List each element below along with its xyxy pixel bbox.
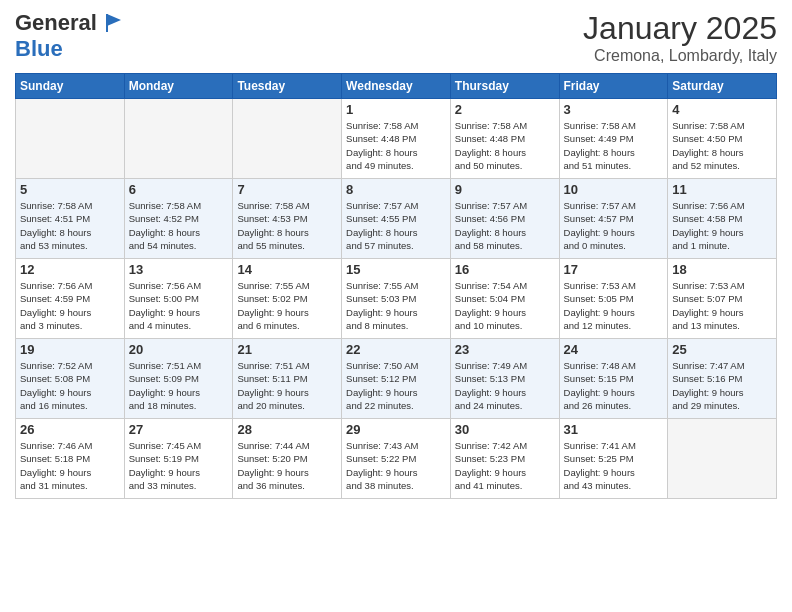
calendar-cell: 11Sunrise: 7:56 AM Sunset: 4:58 PM Dayli… bbox=[668, 179, 777, 259]
day-number: 18 bbox=[672, 262, 772, 277]
calendar-cell: 7Sunrise: 7:58 AM Sunset: 4:53 PM Daylig… bbox=[233, 179, 342, 259]
day-number: 6 bbox=[129, 182, 229, 197]
calendar-cell: 2Sunrise: 7:58 AM Sunset: 4:48 PM Daylig… bbox=[450, 99, 559, 179]
day-info: Sunrise: 7:44 AM Sunset: 5:20 PM Dayligh… bbox=[237, 439, 337, 492]
day-info: Sunrise: 7:51 AM Sunset: 5:11 PM Dayligh… bbox=[237, 359, 337, 412]
day-info: Sunrise: 7:41 AM Sunset: 5:25 PM Dayligh… bbox=[564, 439, 664, 492]
day-info: Sunrise: 7:58 AM Sunset: 4:49 PM Dayligh… bbox=[564, 119, 664, 172]
day-number: 22 bbox=[346, 342, 446, 357]
day-info: Sunrise: 7:58 AM Sunset: 4:52 PM Dayligh… bbox=[129, 199, 229, 252]
day-info: Sunrise: 7:58 AM Sunset: 4:53 PM Dayligh… bbox=[237, 199, 337, 252]
calendar-week-row: 12Sunrise: 7:56 AM Sunset: 4:59 PM Dayli… bbox=[16, 259, 777, 339]
calendar-subtitle: Cremona, Lombardy, Italy bbox=[583, 47, 777, 65]
calendar-cell: 4Sunrise: 7:58 AM Sunset: 4:50 PM Daylig… bbox=[668, 99, 777, 179]
day-number: 25 bbox=[672, 342, 772, 357]
calendar-cell: 9Sunrise: 7:57 AM Sunset: 4:56 PM Daylig… bbox=[450, 179, 559, 259]
day-info: Sunrise: 7:58 AM Sunset: 4:48 PM Dayligh… bbox=[346, 119, 446, 172]
logo-flag-icon bbox=[101, 12, 123, 34]
day-number: 9 bbox=[455, 182, 555, 197]
day-info: Sunrise: 7:57 AM Sunset: 4:56 PM Dayligh… bbox=[455, 199, 555, 252]
calendar-title: January 2025 bbox=[583, 10, 777, 47]
day-number: 19 bbox=[20, 342, 120, 357]
logo-blue-text: Blue bbox=[15, 36, 63, 61]
day-number: 3 bbox=[564, 102, 664, 117]
calendar-cell: 22Sunrise: 7:50 AM Sunset: 5:12 PM Dayli… bbox=[342, 339, 451, 419]
calendar-cell: 19Sunrise: 7:52 AM Sunset: 5:08 PM Dayli… bbox=[16, 339, 125, 419]
day-number: 17 bbox=[564, 262, 664, 277]
calendar-cell: 28Sunrise: 7:44 AM Sunset: 5:20 PM Dayli… bbox=[233, 419, 342, 499]
day-info: Sunrise: 7:54 AM Sunset: 5:04 PM Dayligh… bbox=[455, 279, 555, 332]
calendar-cell bbox=[16, 99, 125, 179]
day-number: 31 bbox=[564, 422, 664, 437]
day-number: 11 bbox=[672, 182, 772, 197]
calendar-cell: 26Sunrise: 7:46 AM Sunset: 5:18 PM Dayli… bbox=[16, 419, 125, 499]
calendar-cell: 5Sunrise: 7:58 AM Sunset: 4:51 PM Daylig… bbox=[16, 179, 125, 259]
weekday-header-friday: Friday bbox=[559, 74, 668, 99]
calendar-cell bbox=[124, 99, 233, 179]
day-info: Sunrise: 7:55 AM Sunset: 5:03 PM Dayligh… bbox=[346, 279, 446, 332]
day-number: 1 bbox=[346, 102, 446, 117]
calendar-cell: 13Sunrise: 7:56 AM Sunset: 5:00 PM Dayli… bbox=[124, 259, 233, 339]
svg-rect-1 bbox=[106, 14, 108, 32]
day-number: 30 bbox=[455, 422, 555, 437]
day-number: 16 bbox=[455, 262, 555, 277]
calendar-cell: 1Sunrise: 7:58 AM Sunset: 4:48 PM Daylig… bbox=[342, 99, 451, 179]
calendar-cell: 10Sunrise: 7:57 AM Sunset: 4:57 PM Dayli… bbox=[559, 179, 668, 259]
calendar-cell: 30Sunrise: 7:42 AM Sunset: 5:23 PM Dayli… bbox=[450, 419, 559, 499]
day-info: Sunrise: 7:49 AM Sunset: 5:13 PM Dayligh… bbox=[455, 359, 555, 412]
calendar-cell: 3Sunrise: 7:58 AM Sunset: 4:49 PM Daylig… bbox=[559, 99, 668, 179]
day-info: Sunrise: 7:42 AM Sunset: 5:23 PM Dayligh… bbox=[455, 439, 555, 492]
day-number: 26 bbox=[20, 422, 120, 437]
day-info: Sunrise: 7:53 AM Sunset: 5:05 PM Dayligh… bbox=[564, 279, 664, 332]
day-info: Sunrise: 7:43 AM Sunset: 5:22 PM Dayligh… bbox=[346, 439, 446, 492]
day-info: Sunrise: 7:50 AM Sunset: 5:12 PM Dayligh… bbox=[346, 359, 446, 412]
calendar-cell: 25Sunrise: 7:47 AM Sunset: 5:16 PM Dayli… bbox=[668, 339, 777, 419]
day-info: Sunrise: 7:45 AM Sunset: 5:19 PM Dayligh… bbox=[129, 439, 229, 492]
calendar-cell: 31Sunrise: 7:41 AM Sunset: 5:25 PM Dayli… bbox=[559, 419, 668, 499]
day-number: 15 bbox=[346, 262, 446, 277]
calendar-cell: 27Sunrise: 7:45 AM Sunset: 5:19 PM Dayli… bbox=[124, 419, 233, 499]
day-number: 24 bbox=[564, 342, 664, 357]
calendar-week-row: 5Sunrise: 7:58 AM Sunset: 4:51 PM Daylig… bbox=[16, 179, 777, 259]
calendar-cell: 8Sunrise: 7:57 AM Sunset: 4:55 PM Daylig… bbox=[342, 179, 451, 259]
day-number: 14 bbox=[237, 262, 337, 277]
calendar-week-row: 1Sunrise: 7:58 AM Sunset: 4:48 PM Daylig… bbox=[16, 99, 777, 179]
weekday-header-wednesday: Wednesday bbox=[342, 74, 451, 99]
day-info: Sunrise: 7:57 AM Sunset: 4:57 PM Dayligh… bbox=[564, 199, 664, 252]
day-number: 7 bbox=[237, 182, 337, 197]
day-info: Sunrise: 7:48 AM Sunset: 5:15 PM Dayligh… bbox=[564, 359, 664, 412]
calendar-cell: 14Sunrise: 7:55 AM Sunset: 5:02 PM Dayli… bbox=[233, 259, 342, 339]
calendar-cell: 29Sunrise: 7:43 AM Sunset: 5:22 PM Dayli… bbox=[342, 419, 451, 499]
weekday-header-tuesday: Tuesday bbox=[233, 74, 342, 99]
day-number: 28 bbox=[237, 422, 337, 437]
calendar-cell: 17Sunrise: 7:53 AM Sunset: 5:05 PM Dayli… bbox=[559, 259, 668, 339]
day-info: Sunrise: 7:51 AM Sunset: 5:09 PM Dayligh… bbox=[129, 359, 229, 412]
calendar-cell: 20Sunrise: 7:51 AM Sunset: 5:09 PM Dayli… bbox=[124, 339, 233, 419]
day-number: 13 bbox=[129, 262, 229, 277]
weekday-header-thursday: Thursday bbox=[450, 74, 559, 99]
day-number: 29 bbox=[346, 422, 446, 437]
calendar-table: SundayMondayTuesdayWednesdayThursdayFrid… bbox=[15, 73, 777, 499]
calendar-cell: 6Sunrise: 7:58 AM Sunset: 4:52 PM Daylig… bbox=[124, 179, 233, 259]
day-info: Sunrise: 7:58 AM Sunset: 4:48 PM Dayligh… bbox=[455, 119, 555, 172]
logo-general-text: General bbox=[15, 10, 97, 36]
day-info: Sunrise: 7:56 AM Sunset: 5:00 PM Dayligh… bbox=[129, 279, 229, 332]
calendar-cell: 21Sunrise: 7:51 AM Sunset: 5:11 PM Dayli… bbox=[233, 339, 342, 419]
calendar-cell: 24Sunrise: 7:48 AM Sunset: 5:15 PM Dayli… bbox=[559, 339, 668, 419]
calendar-cell bbox=[233, 99, 342, 179]
page-header: General Blue January 2025 Cremona, Lomba… bbox=[15, 10, 777, 65]
calendar-cell bbox=[668, 419, 777, 499]
day-number: 8 bbox=[346, 182, 446, 197]
day-number: 21 bbox=[237, 342, 337, 357]
day-info: Sunrise: 7:57 AM Sunset: 4:55 PM Dayligh… bbox=[346, 199, 446, 252]
weekday-header-saturday: Saturday bbox=[668, 74, 777, 99]
calendar-week-row: 19Sunrise: 7:52 AM Sunset: 5:08 PM Dayli… bbox=[16, 339, 777, 419]
day-info: Sunrise: 7:56 AM Sunset: 4:59 PM Dayligh… bbox=[20, 279, 120, 332]
weekday-header-monday: Monday bbox=[124, 74, 233, 99]
calendar-cell: 12Sunrise: 7:56 AM Sunset: 4:59 PM Dayli… bbox=[16, 259, 125, 339]
day-number: 20 bbox=[129, 342, 229, 357]
svg-marker-0 bbox=[107, 14, 121, 26]
calendar-cell: 18Sunrise: 7:53 AM Sunset: 5:07 PM Dayli… bbox=[668, 259, 777, 339]
day-info: Sunrise: 7:46 AM Sunset: 5:18 PM Dayligh… bbox=[20, 439, 120, 492]
day-info: Sunrise: 7:58 AM Sunset: 4:50 PM Dayligh… bbox=[672, 119, 772, 172]
